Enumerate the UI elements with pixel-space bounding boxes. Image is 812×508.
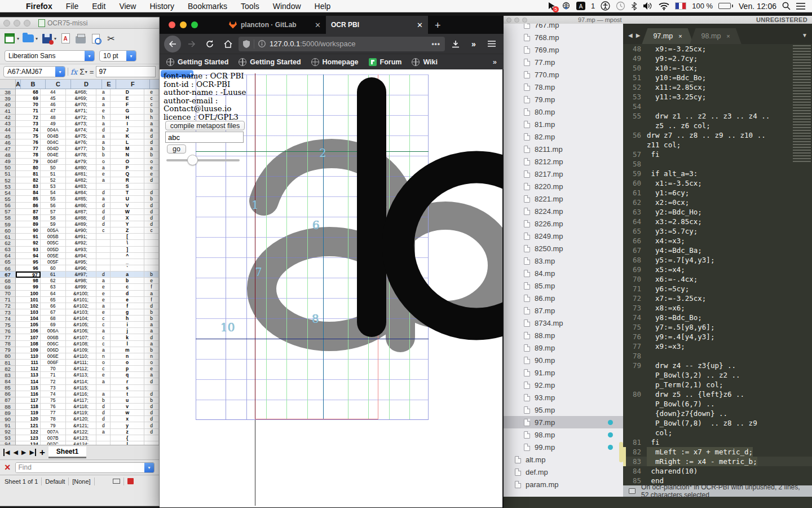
go-button[interactable]: go — [167, 144, 186, 154]
code-line[interactable]: 74 y8:=Bdc_Bo; — [623, 313, 812, 322]
cell[interactable]: b — [144, 309, 159, 316]
cell[interactable]: 100 — [16, 291, 41, 297]
close-icon[interactable]: × — [678, 33, 682, 40]
file-list-item[interactable]: 97.mp — [504, 416, 623, 428]
minimap[interactable] — [793, 45, 811, 164]
cell[interactable]: d — [144, 133, 159, 139]
cell[interactable]: &#79; — [66, 159, 97, 165]
cell[interactable]: &#81; — [66, 171, 97, 177]
cell[interactable]: 006F — [41, 360, 66, 366]
cell[interactable]: 109 — [16, 347, 41, 353]
cell[interactable]: 73 — [41, 385, 66, 391]
cell[interactable]: 61 — [41, 271, 66, 278]
cell[interactable]: b — [96, 146, 111, 152]
menu-item[interactable]: Firefox — [19, 2, 59, 11]
row-header[interactable]: 83 — [0, 372, 16, 378]
cell[interactable]: 113 — [16, 372, 41, 378]
file-list-item[interactable]: 89.mp — [504, 341, 623, 354]
cell[interactable]: &#73; — [66, 121, 97, 127]
cell[interactable]: c — [96, 322, 111, 328]
cell[interactable]: &#86; — [66, 203, 97, 209]
cell[interactable]: f — [111, 303, 144, 309]
calc-title-bar[interactable]: OCR75-missi — [0, 17, 159, 29]
row-header[interactable]: 88 — [0, 404, 16, 410]
editor-title-bar[interactable]: 97.mp — mpost UNREGISTERED — [504, 16, 812, 24]
cell[interactable]: e — [96, 284, 111, 290]
cell[interactable]: 007A — [41, 429, 66, 435]
cell[interactable]: U — [111, 196, 144, 202]
row-header[interactable]: 38 — [0, 89, 16, 95]
cell[interactable]: &#110; — [66, 353, 97, 360]
file-list-item[interactable]: 8221.mp — [504, 192, 623, 205]
file-list-item[interactable]: 80.mp — [504, 106, 623, 118]
code-line[interactable]: P_Bowl(7,8) .. z8 .. z9 — [623, 418, 812, 428]
code-line[interactable]: 77 x9:=x3; — [623, 341, 812, 351]
close-icon[interactable]: ✕ — [417, 21, 423, 29]
cell[interactable]: W — [111, 209, 144, 215]
formula-input[interactable]: 97 — [96, 66, 156, 77]
tab-gitlab[interactable]: plancton · GitLab ✕ — [224, 16, 326, 34]
code-line[interactable]: P_Bowl(3,2) .. z2 .. — [623, 370, 812, 380]
row-header[interactable]: 79 — [0, 347, 16, 353]
cell[interactable]: &#72; — [66, 115, 97, 121]
cell[interactable]: 004E — [41, 152, 66, 158]
row-header[interactable]: 74 — [0, 316, 16, 322]
cell[interactable]: &#120; — [66, 416, 97, 422]
cell[interactable] — [144, 259, 159, 265]
glyph-text-input[interactable] — [165, 132, 244, 143]
code-line[interactable]: z5 .. z6 col; — [623, 121, 812, 130]
cell[interactable]: c — [144, 102, 159, 108]
cell[interactable]: &#124; — [66, 441, 97, 445]
file-list-item[interactable]: 8212.mp — [504, 155, 623, 168]
cell[interactable]: \ — [111, 240, 144, 246]
close-icon[interactable]: ✕ — [315, 21, 321, 29]
cell[interactable]: 55 — [41, 196, 66, 202]
menu-item[interactable]: Bookmarks — [181, 2, 234, 11]
cell[interactable]: d — [144, 203, 159, 209]
cell[interactable]: a — [96, 165, 111, 171]
cell[interactable] — [144, 183, 159, 190]
cell[interactable]: &#99; — [66, 284, 97, 290]
file-list-item[interactable]: 768.mp — [504, 31, 623, 43]
sheet-tab[interactable]: Sheet1 — [48, 446, 86, 458]
cell[interactable]: a — [96, 102, 111, 108]
cell[interactable]: 70 — [16, 102, 41, 108]
cell[interactable]: o — [144, 360, 159, 366]
cell[interactable]: e — [96, 309, 111, 316]
bookmark-getting-started-1[interactable]: Getting Started — [166, 58, 228, 66]
cell[interactable]: 004C — [41, 139, 66, 146]
cell[interactable]: d — [96, 404, 111, 410]
find-input[interactable] — [16, 463, 144, 472]
cell[interactable]: H — [111, 115, 144, 121]
adobe-cc-icon[interactable]: A — [576, 1, 585, 11]
page-actions-icon[interactable]: ••• — [431, 40, 440, 48]
code-line[interactable]: 56 drw z7 .. z8 .. z9 .. z10 .. — [623, 130, 812, 140]
cell-reference-box[interactable]: A67:AMJ67 ▾ — [3, 66, 65, 77]
downloads-icon[interactable] — [448, 37, 463, 51]
cell[interactable]: 107 — [16, 334, 41, 340]
row-header[interactable]: 63 — [0, 247, 16, 253]
row-header[interactable]: 50 — [0, 165, 16, 171]
menu-item[interactable]: Help — [308, 2, 338, 11]
cell[interactable]: 50 — [41, 165, 66, 171]
cell[interactable]: &#98; — [66, 278, 97, 284]
save-button[interactable] — [41, 32, 53, 45]
file-list-item[interactable]: 8249.mp — [504, 230, 623, 242]
row-header[interactable]: 81 — [0, 360, 16, 366]
file-list-item[interactable]: 767.mp — [504, 24, 623, 31]
cell[interactable]: 006C — [41, 341, 66, 347]
file-list-item[interactable]: 99.mp — [504, 441, 623, 453]
bookmark-forum[interactable]: Forum — [369, 58, 402, 66]
url-text[interactable]: 127.0.0.1:5000/workspace — [270, 40, 427, 48]
cell[interactable]: a — [144, 121, 159, 127]
cell[interactable]: z — [111, 429, 144, 435]
cell[interactable]: b — [144, 152, 159, 158]
file-list-item[interactable]: 85.mp — [504, 279, 623, 292]
cell[interactable]: c — [111, 284, 144, 290]
cell[interactable]: x — [111, 416, 144, 422]
file-list-item[interactable]: 79.mp — [504, 93, 623, 106]
cell[interactable]: d — [144, 215, 159, 221]
cell[interactable]: 118 — [16, 404, 41, 410]
cell[interactable]: a — [96, 177, 111, 183]
cell[interactable]: R — [111, 177, 144, 183]
